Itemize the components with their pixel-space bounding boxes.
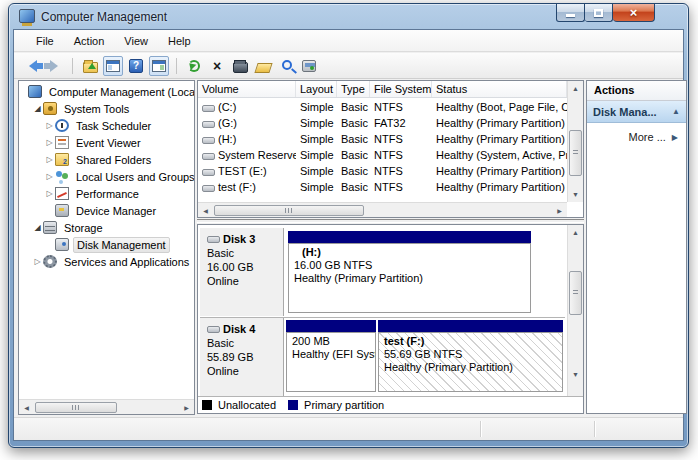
up-one-level-button[interactable]	[80, 56, 100, 76]
volume-row-test-e[interactable]: TEST (E:) Simple Basic NTFS Healthy (Pri…	[198, 163, 567, 179]
drive-icon	[202, 169, 215, 176]
up-one-level-icon	[83, 62, 98, 73]
collapse-icon[interactable]: ▲	[672, 107, 680, 116]
refresh-button[interactable]	[184, 56, 204, 76]
tree-item-event-viewer[interactable]: ▷ Event Viewer	[44, 134, 144, 151]
disk-3-label[interactable]: Disk 3 Basic 16.00 GB Online	[200, 228, 284, 316]
help-button[interactable]: ?	[126, 56, 146, 76]
column-header-type[interactable]: Type	[337, 81, 370, 97]
column-header-status[interactable]: Status	[432, 81, 567, 97]
column-header-volume[interactable]: Volume	[198, 81, 296, 97]
open-folder-icon	[254, 63, 272, 73]
back-icon	[23, 60, 37, 72]
partition-size: 200 MB	[292, 335, 375, 348]
properties-icon	[233, 62, 248, 73]
volume-row-g[interactable]: (G:) Simple Basic FAT32 Healthy (Primary…	[198, 115, 567, 131]
tree-hscroll-thumb[interactable]	[35, 402, 117, 413]
actions-header: Actions	[587, 81, 686, 101]
expander-expanded-icon[interactable]: ◢	[32, 104, 43, 113]
menu-view[interactable]: View	[114, 32, 158, 50]
event-viewer-icon	[55, 136, 69, 149]
tree-item-disk-management[interactable]: Disk Management	[55, 236, 170, 253]
help-icon: ?	[129, 59, 143, 73]
expander-collapsed-icon[interactable]: ▷	[44, 138, 55, 147]
scroll-down-icon[interactable]: ▼	[568, 187, 583, 202]
minimize-button[interactable]	[556, 4, 585, 22]
disk-pane-vertical-scrollbar[interactable]: ▲ ▼	[567, 225, 583, 396]
tree-item-system-tools[interactable]: ◢ System Tools	[32, 100, 132, 117]
disk-4-label[interactable]: Disk 4 Basic 55.89 GB Online	[200, 318, 284, 396]
scroll-right-icon[interactable]: ▶	[179, 400, 194, 415]
partition-test-f-selected[interactable]: test (F:) 55.69 GB NTFS Healthy (Primary…	[378, 320, 563, 392]
tree-item-shared-folders[interactable]: ▷ Shared Folders	[44, 151, 154, 168]
show-action-pane-button[interactable]	[149, 56, 169, 76]
close-icon: ×	[630, 6, 638, 20]
find-button[interactable]	[276, 56, 296, 76]
delete-button[interactable]: ×	[207, 56, 227, 76]
volume-hscroll-thumb[interactable]	[214, 205, 364, 216]
computer-icon	[28, 85, 42, 98]
volume-row-h[interactable]: (H:) Simple Basic NTFS Healthy (Primary …	[198, 131, 567, 147]
maximize-button[interactable]	[585, 4, 613, 22]
console-tree-icon	[106, 60, 120, 72]
scroll-up-icon[interactable]: ▲	[568, 81, 583, 96]
properties-button[interactable]	[230, 56, 250, 76]
show-console-tree-button[interactable]	[103, 56, 123, 76]
scroll-right-icon[interactable]: ▶	[552, 203, 567, 218]
rescan-disks-button[interactable]	[299, 56, 319, 76]
back-button[interactable]	[22, 56, 42, 76]
column-header-layout[interactable]: Layout	[296, 81, 337, 97]
menu-action[interactable]: Action	[64, 32, 115, 50]
tree-item-computer-management[interactable]: Computer Management (Local)	[28, 83, 195, 100]
volume-row-system-reserved[interactable]: System Reserved Simple Basic NTFS Health…	[198, 147, 567, 163]
menu-file[interactable]: File	[26, 32, 64, 50]
scroll-up-icon[interactable]: ▲	[568, 225, 583, 240]
scroll-left-icon[interactable]: ◀	[198, 203, 213, 218]
open-button[interactable]	[253, 56, 273, 76]
expander-collapsed-icon[interactable]: ▷	[44, 155, 55, 164]
tree-item-storage[interactable]: ◢ Storage	[32, 219, 106, 236]
tree-item-local-users-and-groups[interactable]: ▷ Local Users and Groups	[44, 168, 195, 185]
more-actions-item[interactable]: More ... ▶	[587, 123, 686, 143]
partition-health: Healthy (EFI System Partition)	[292, 348, 375, 361]
partition-legend: Unallocated Primary partition	[198, 396, 583, 413]
close-button[interactable]: ×	[613, 4, 655, 22]
volume-list-header: Volume Layout Type File System Status	[198, 81, 567, 98]
expander-collapsed-icon[interactable]: ▷	[44, 172, 55, 181]
disk-management-actions-group[interactable]: Disk Mana... ▲	[587, 101, 686, 123]
expander-collapsed-icon[interactable]: ▷	[44, 189, 55, 198]
tree-item-task-scheduler[interactable]: ▷ Task Scheduler	[44, 117, 154, 134]
more-arrow-icon: ▶	[672, 133, 678, 142]
system-tools-icon	[43, 102, 57, 115]
volume-row-test-f[interactable]: test (F:) Simple Basic NTFS Healthy (Pri…	[198, 179, 567, 195]
volume-row-c[interactable]: (C:) Simple Basic NTFS Healthy (Boot, Pa…	[198, 99, 567, 115]
performance-icon	[55, 187, 69, 200]
tree-item-device-manager[interactable]: Device Manager	[55, 202, 159, 219]
volume-vscroll-thumb[interactable]	[569, 130, 582, 176]
expander-collapsed-icon[interactable]: ▷	[44, 121, 55, 130]
drive-icon	[202, 153, 215, 160]
partition-title: (H:)	[294, 246, 530, 259]
toolbar-separator	[176, 58, 177, 74]
volume-list-vertical-scrollbar[interactable]: ▲ ▼	[567, 81, 583, 202]
partition-health: Healthy (Primary Partition)	[294, 272, 530, 285]
tree-item-performance[interactable]: ▷ Performance	[44, 185, 142, 202]
partition-efi[interactable]: 200 MB Healthy (EFI System Partition)	[286, 320, 376, 392]
forward-button[interactable]	[45, 56, 65, 76]
disk-3-state: Online	[207, 275, 283, 287]
tree-item-services-and-applications[interactable]: ▷ Services and Applications	[32, 253, 192, 270]
app-icon	[19, 9, 35, 23]
pane-splitter[interactable]	[197, 219, 584, 223]
scroll-left-icon[interactable]: ◀	[19, 400, 34, 415]
expander-collapsed-icon[interactable]: ▷	[32, 257, 43, 266]
primary-partition-bar	[288, 231, 531, 243]
title-bar[interactable]: Computer Management ×	[9, 4, 688, 30]
partition-h[interactable]: (H:) 16.00 GB NTFS Healthy (Primary Part…	[288, 231, 531, 313]
column-header-file-system[interactable]: File System	[370, 81, 432, 97]
scroll-down-icon[interactable]: ▼	[568, 367, 583, 382]
expander-expanded-icon[interactable]: ◢	[32, 223, 43, 232]
volume-list-horizontal-scrollbar[interactable]: ◀ ▶	[198, 202, 567, 217]
disk-vscroll-thumb[interactable]	[569, 271, 582, 315]
menu-help[interactable]: Help	[158, 32, 201, 50]
tree-horizontal-scrollbar[interactable]: ◀ ▶	[19, 399, 194, 414]
